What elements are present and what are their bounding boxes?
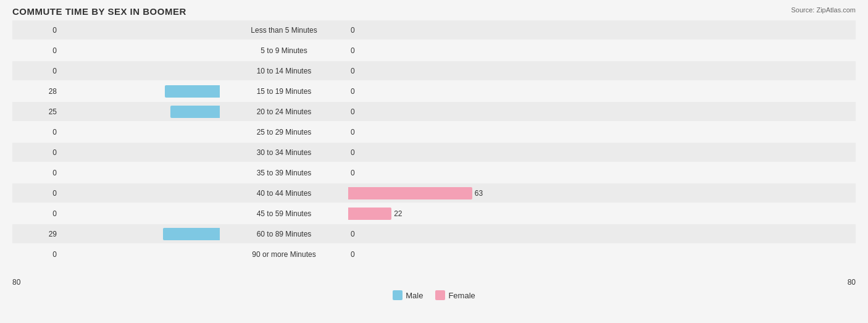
- left-section: 0: [12, 126, 222, 138]
- right-section: 0: [346, 146, 856, 159]
- chart-row: 29 60 to 89 Minutes 0: [12, 224, 856, 243]
- left-bar-container: [59, 65, 220, 77]
- axis-left: 80: [12, 278, 20, 287]
- male-value: 0: [40, 250, 57, 259]
- left-section: 0: [12, 187, 222, 199]
- left-section: 28: [12, 85, 222, 98]
- chart-title: COMMUTE TIME BY SEX IN BOOMER: [12, 6, 856, 17]
- left-section: 25: [12, 106, 222, 118]
- legend-female: Female: [435, 290, 475, 300]
- row-label: 35 to 39 Minutes: [222, 169, 346, 177]
- left-section: 0: [12, 24, 222, 36]
- legend-female-box: [435, 290, 445, 300]
- right-section: 0: [346, 126, 856, 138]
- row-label: 20 to 24 Minutes: [222, 107, 346, 116]
- left-bar-container: [59, 126, 220, 138]
- right-section: 0: [346, 106, 856, 118]
- female-value: 0: [351, 128, 355, 136]
- chart-row: 0 25 to 29 Minutes 0: [12, 122, 856, 141]
- source-label: Source: ZipAtlas.com: [791, 6, 856, 14]
- right-section: 0: [346, 228, 856, 240]
- right-section: 63: [346, 187, 856, 199]
- left-bar-container: [59, 167, 220, 179]
- female-value: 0: [351, 107, 355, 116]
- female-value: 0: [351, 230, 355, 238]
- left-section: 29: [12, 228, 222, 240]
- left-bar-container: [59, 44, 220, 57]
- male-value: 0: [40, 169, 57, 177]
- male-value: 0: [40, 67, 57, 75]
- row-label: 25 to 29 Minutes: [222, 128, 346, 136]
- bar-female: [348, 187, 472, 199]
- right-section: 0: [346, 24, 856, 36]
- left-section: 0: [12, 208, 222, 220]
- male-value: 0: [40, 148, 57, 157]
- chart-row: 0 45 to 59 Minutes 22: [12, 204, 856, 223]
- right-section: 0: [346, 44, 856, 57]
- chart-row: 0 35 to 39 Minutes 0: [12, 163, 856, 182]
- bar-female: [348, 208, 391, 220]
- row-label: 40 to 44 Minutes: [222, 189, 346, 198]
- male-value: 0: [40, 209, 57, 218]
- bar-male: [163, 228, 220, 240]
- chart-row: 0 Less than 5 Minutes 0: [12, 20, 856, 40]
- row-label: 15 to 19 Minutes: [222, 87, 346, 96]
- left-bar-container: [59, 187, 220, 199]
- left-section: 0: [12, 167, 222, 179]
- row-label: 30 to 34 Minutes: [222, 148, 346, 157]
- male-value: 29: [40, 230, 57, 238]
- left-section: 0: [12, 65, 222, 77]
- left-bar-container: [59, 208, 220, 220]
- female-value: 0: [351, 148, 355, 157]
- left-bar-container: [59, 24, 220, 36]
- female-value: 22: [394, 209, 402, 218]
- axis-right: 80: [848, 278, 856, 287]
- right-section: 0: [346, 167, 856, 179]
- chart-row: 0 10 to 14 Minutes 0: [12, 61, 856, 80]
- female-value: 0: [351, 67, 355, 75]
- left-section: 0: [12, 146, 222, 159]
- chart-row: 28 15 to 19 Minutes 0: [12, 82, 856, 101]
- female-value: 0: [351, 250, 355, 259]
- female-value: 63: [475, 189, 483, 198]
- legend-area: Male Female: [12, 290, 856, 300]
- male-value: 25: [40, 107, 57, 116]
- male-value: 0: [40, 128, 57, 136]
- left-bar-container: [59, 228, 220, 240]
- male-value: 0: [40, 46, 57, 55]
- row-label: Less than 5 Minutes: [222, 26, 346, 35]
- male-value: 0: [40, 26, 57, 35]
- right-section: 0: [346, 85, 856, 98]
- legend-male: Male: [393, 290, 423, 300]
- right-section: 22: [346, 208, 856, 220]
- left-bar-container: [59, 248, 220, 261]
- male-value: 0: [40, 189, 57, 198]
- male-value: 28: [40, 87, 57, 96]
- left-bar-container: [59, 85, 220, 98]
- legend-male-label: Male: [406, 291, 423, 300]
- left-section: 0: [12, 44, 222, 57]
- bar-male: [170, 106, 220, 118]
- chart-row: 0 90 or more Minutes 0: [12, 245, 856, 264]
- axis-labels: 80 80: [12, 278, 856, 287]
- bar-male: [165, 85, 220, 98]
- chart-area: 0 Less than 5 Minutes 0 0 5 to 9 Minutes…: [12, 20, 856, 277]
- row-label: 60 to 89 Minutes: [222, 230, 346, 238]
- left-section: 0: [12, 248, 222, 261]
- row-label: 45 to 59 Minutes: [222, 209, 346, 218]
- row-label: 10 to 14 Minutes: [222, 67, 346, 75]
- chart-row: 0 30 to 34 Minutes 0: [12, 143, 856, 162]
- chart-row: 0 40 to 44 Minutes 63: [12, 183, 856, 203]
- right-section: 0: [346, 248, 856, 261]
- chart-container: COMMUTE TIME BY SEX IN BOOMER Source: Zi…: [0, 0, 868, 323]
- legend-female-label: Female: [448, 291, 475, 300]
- chart-row: 0 5 to 9 Minutes 0: [12, 41, 856, 60]
- female-value: 0: [351, 87, 355, 96]
- right-section: 0: [346, 65, 856, 77]
- female-value: 0: [351, 26, 355, 35]
- row-label: 5 to 9 Minutes: [222, 46, 346, 55]
- left-bar-container: [59, 106, 220, 118]
- chart-row: 25 20 to 24 Minutes 0: [12, 102, 856, 121]
- left-bar-container: [59, 146, 220, 159]
- legend-male-box: [393, 290, 403, 300]
